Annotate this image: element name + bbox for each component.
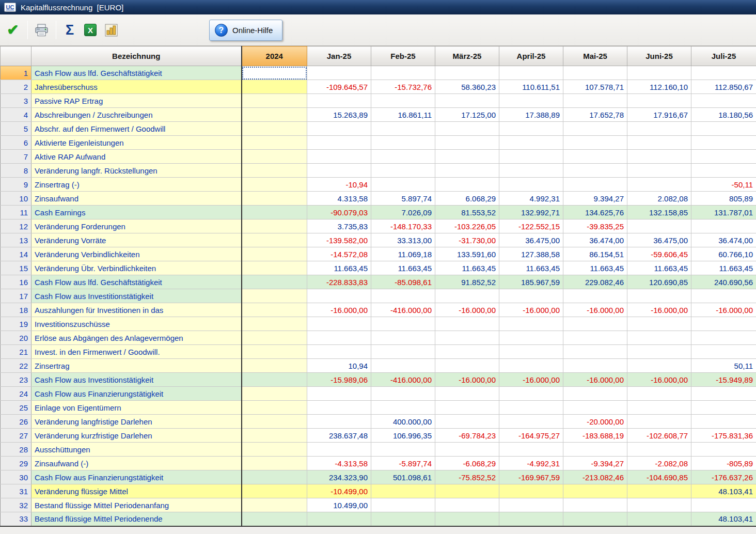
value-cell[interactable] (691, 498, 756, 512)
cell-2024[interactable] (242, 443, 307, 457)
row-label[interactable]: Jahresüberschuss (32, 80, 242, 94)
value-cell[interactable]: 81.553,52 (435, 206, 499, 219)
value-cell[interactable] (563, 512, 627, 526)
value-cell[interactable] (627, 498, 691, 512)
value-cell[interactable] (691, 289, 756, 303)
value-cell[interactable]: -16.000,00 (435, 303, 499, 317)
value-cell[interactable]: 120.690,85 (627, 275, 691, 289)
column-header-mai-25[interactable]: Mai-25 (563, 46, 627, 66)
value-cell[interactable]: -14.572,08 (307, 247, 371, 261)
row-label[interactable]: Aktive RAP Aufwand (32, 150, 242, 164)
value-cell[interactable]: 132.158,85 (627, 206, 691, 219)
value-cell[interactable]: 240.690,56 (691, 275, 756, 289)
cell-2024[interactable] (242, 206, 307, 219)
value-cell[interactable]: 11.663,45 (499, 261, 563, 275)
value-cell[interactable] (435, 415, 499, 429)
row-label[interactable]: Investitionszuschüsse (32, 317, 242, 331)
row-label[interactable]: Cash Flow aus Investitionstätigkeit (32, 373, 242, 387)
cell-2024[interactable] (242, 289, 307, 303)
row-number[interactable]: 24 (1, 387, 32, 401)
value-cell[interactable]: 132.992,71 (499, 206, 563, 219)
row-label[interactable]: Bestand flüssige Mittel Periodenende (32, 512, 242, 526)
value-cell[interactable] (371, 289, 435, 303)
value-cell[interactable]: 60.766,10 (691, 247, 756, 261)
row-label[interactable]: Cash Flow aus Investitionstätigkeit (32, 289, 242, 303)
online-help-button[interactable]: ? Online-Hilfe (209, 20, 282, 41)
value-cell[interactable] (691, 415, 756, 429)
value-cell[interactable] (499, 136, 563, 150)
value-cell[interactable] (371, 136, 435, 150)
value-cell[interactable]: 17.388,89 (499, 108, 563, 122)
value-cell[interactable] (307, 164, 371, 178)
value-cell[interactable] (307, 401, 371, 415)
value-cell[interactable]: -169.967,59 (499, 470, 563, 484)
value-cell[interactable]: 11.663,45 (307, 261, 371, 275)
cell-2024[interactable] (242, 373, 307, 387)
value-cell[interactable] (627, 178, 691, 192)
value-cell[interactable]: -16.000,00 (563, 303, 627, 317)
value-cell[interactable] (563, 150, 627, 164)
row-number[interactable]: 14 (1, 247, 32, 261)
value-cell[interactable]: 33.313,00 (371, 233, 435, 247)
value-cell[interactable]: 11.663,45 (371, 261, 435, 275)
print-button[interactable] (32, 20, 51, 40)
cell-2024[interactable] (242, 512, 307, 526)
value-cell[interactable] (307, 94, 371, 108)
value-cell[interactable]: 10,94 (307, 359, 371, 373)
row-label[interactable]: Cash Flow aus Finanzierungstätigkeit (32, 387, 242, 401)
value-cell[interactable]: -20.000,00 (563, 415, 627, 429)
value-cell[interactable]: -139.582,00 (307, 233, 371, 247)
value-cell[interactable]: 11.663,45 (627, 261, 691, 275)
value-cell[interactable] (371, 345, 435, 359)
value-cell[interactable] (691, 94, 756, 108)
value-cell[interactable]: 2.082,08 (627, 192, 691, 206)
cell-2024[interactable] (242, 359, 307, 373)
cell-2024[interactable] (242, 136, 307, 150)
value-cell[interactable] (691, 443, 756, 457)
value-cell[interactable]: -2.082,08 (627, 457, 691, 470)
row-label[interactable]: Veränderung kurzfristige Darlehen (32, 429, 242, 443)
value-cell[interactable] (371, 498, 435, 512)
value-cell[interactable]: 36.474,00 (563, 233, 627, 247)
value-cell[interactable]: 36.475,00 (627, 233, 691, 247)
value-cell[interactable]: -213.082,46 (563, 470, 627, 484)
value-cell[interactable] (499, 66, 563, 80)
value-cell[interactable] (563, 164, 627, 178)
value-cell[interactable]: 10.499,00 (307, 498, 371, 512)
value-cell[interactable]: -228.833,83 (307, 275, 371, 289)
column-header-juli-25[interactable]: Juli-25 (691, 46, 756, 66)
value-cell[interactable] (435, 387, 499, 401)
row-number[interactable]: 7 (1, 150, 32, 164)
row-number[interactable]: 22 (1, 359, 32, 373)
value-cell[interactable] (435, 289, 499, 303)
row-number[interactable]: 16 (1, 275, 32, 289)
value-cell[interactable]: -5.897,74 (371, 457, 435, 470)
column-header-jan-25[interactable]: Jan-25 (307, 46, 371, 66)
value-cell[interactable]: -15.989,06 (307, 373, 371, 387)
row-number[interactable]: 21 (1, 345, 32, 359)
value-cell[interactable] (371, 512, 435, 526)
value-cell[interactable] (691, 66, 756, 80)
value-cell[interactable] (691, 345, 756, 359)
value-cell[interactable] (499, 164, 563, 178)
value-cell[interactable]: -16.000,00 (307, 303, 371, 317)
value-cell[interactable] (435, 345, 499, 359)
value-cell[interactable]: 107.578,71 (563, 80, 627, 94)
column-header-feb-25[interactable]: Feb-25 (371, 46, 435, 66)
value-cell[interactable] (499, 359, 563, 373)
value-cell[interactable] (371, 443, 435, 457)
row-number[interactable]: 27 (1, 429, 32, 443)
row-number[interactable]: 19 (1, 317, 32, 331)
row-label[interactable]: Cash Flow aus lfd. Geschäftstätigkeit (32, 66, 242, 80)
value-cell[interactable]: -148.170,33 (371, 219, 435, 233)
row-number[interactable]: 29 (1, 457, 32, 470)
cell-2024[interactable] (242, 401, 307, 415)
cell-2024[interactable] (242, 484, 307, 498)
value-cell[interactable] (371, 387, 435, 401)
value-cell[interactable] (563, 484, 627, 498)
value-cell[interactable] (499, 317, 563, 331)
value-cell[interactable]: 16.861,11 (371, 108, 435, 122)
cell-2024[interactable] (242, 470, 307, 484)
value-cell[interactable]: -164.975,27 (499, 429, 563, 443)
value-cell[interactable]: -15.949,89 (691, 373, 756, 387)
